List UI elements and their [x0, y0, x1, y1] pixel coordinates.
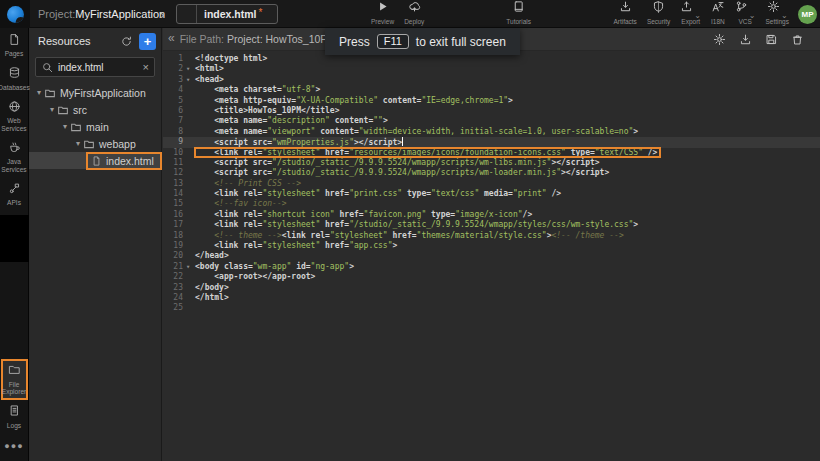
action-preview[interactable]: Preview — [366, 0, 399, 28]
clear-search-icon[interactable]: × — [143, 61, 149, 73]
code-line-14[interactable]: 14 <link rel="stylesheet" href="print.cs… — [163, 189, 820, 199]
action-settings[interactable]: ⌄Settings — [761, 0, 795, 28]
app-logo[interactable] — [0, 0, 30, 28]
editor-toolbar — [713, 33, 804, 46]
code-line-19[interactable]: 19 <link rel="stylesheet" href="app.css"… — [163, 241, 820, 251]
code-line-18[interactable]: 18 <!-- theme --><link rel="stylesheet" … — [163, 231, 820, 241]
book-icon — [512, 0, 525, 17]
line-number: 9 — [163, 137, 193, 147]
code-line-21[interactable]: 21▾<body class="wm-app" id="ng-app"> — [163, 262, 820, 272]
code-line-9[interactable]: 9 <script src="wmProperties.js"></script… — [163, 137, 820, 147]
code-line-1[interactable]: 1<!doctype html> — [163, 54, 820, 64]
save-button[interactable] — [765, 33, 778, 46]
sidebar-empty-block — [0, 215, 29, 262]
sidebar-item-web-services[interactable]: Web Services — [0, 95, 28, 136]
chevron-down-icon: ⌄ — [694, 11, 701, 20]
code-line-3[interactable]: 3▾<head> — [163, 75, 820, 85]
sidebar-item-java-services[interactable]: Java Services — [0, 136, 28, 177]
sidebar-more-button[interactable]: ●●● — [4, 433, 23, 461]
code-line-25[interactable]: 25 — [163, 303, 820, 313]
sidebar-item-label: APIs — [7, 199, 21, 207]
tree-item-webapp[interactable]: ▾webapp — [29, 135, 161, 152]
code-line-10[interactable]: 10 <link rel="stylesheet" href="resource… — [163, 148, 820, 158]
code-text: <link rel="shortcut icon" href="favicon.… — [193, 210, 532, 220]
line-number: 25 — [163, 303, 193, 313]
download-tray-icon — [619, 0, 632, 17]
user-avatar[interactable]: MP — [798, 5, 817, 24]
folder-small-icon — [70, 121, 82, 133]
sidebar-item-label: Logs — [7, 422, 21, 430]
action-export[interactable]: ⌄Export — [675, 0, 706, 28]
search-box: × — [35, 57, 155, 77]
code-line-24[interactable]: 24</html> — [163, 293, 820, 303]
add-resource-button[interactable]: + — [139, 33, 156, 50]
sidebar-item-pages[interactable]: Pages — [0, 28, 28, 62]
code-text: </head> — [193, 251, 229, 261]
tree-item-index-html[interactable]: index.html — [29, 152, 161, 169]
code-editor[interactable]: 1<!doctype html>2▾<html>3▾<head>4 <meta … — [163, 51, 820, 314]
code-line-7[interactable]: 7 <meta name="description" content=""> — [163, 116, 820, 126]
line-number: 4 — [163, 85, 193, 95]
code-text: <html> — [193, 64, 224, 74]
project-label: Project: — [38, 8, 75, 20]
action-artifacts[interactable]: Artifacts — [608, 0, 641, 28]
line-number: 16 — [163, 210, 193, 220]
sidebar-item-databases[interactable]: Databases — [0, 62, 28, 96]
line-number: 8 — [163, 127, 193, 137]
gear-button[interactable] — [713, 33, 726, 46]
code-line-4[interactable]: 4 <meta charset="utf-8"> — [163, 85, 820, 95]
folder-small-icon — [83, 138, 95, 150]
action-security[interactable]: Security — [642, 0, 675, 28]
sidebar-item-apis[interactable]: APIs — [0, 177, 28, 211]
action-tutorials[interactable]: Tutorials — [501, 0, 536, 28]
code-line-13[interactable]: 13 <!-- Print CSS --> — [163, 179, 820, 189]
collapse-panel-icon[interactable]: « — [165, 31, 180, 47]
code-line-17[interactable]: 17 <link rel="stylesheet" href="/studio/… — [163, 220, 820, 230]
tree-item-label: webapp — [99, 138, 136, 150]
fold-arrow-icon[interactable]: ▾ — [183, 75, 193, 85]
trash-button[interactable] — [791, 33, 804, 46]
expand-arrow-icon[interactable]: ▾ — [34, 88, 44, 97]
wavemaker-logo-icon — [7, 6, 24, 23]
code-text: </html> — [193, 293, 229, 303]
fold-arrow-icon[interactable]: ▾ — [183, 64, 193, 74]
code-text: <!-- Print CSS --> — [193, 179, 301, 189]
fold-arrow-icon[interactable]: ▾ — [183, 262, 193, 272]
code-line-23[interactable]: 23</body> — [163, 283, 820, 293]
search-input[interactable] — [54, 62, 143, 73]
tab-index-html[interactable]: index.html * — [176, 4, 278, 24]
tree-item-main[interactable]: ▾main — [29, 118, 161, 135]
resources-title: Resources — [38, 35, 118, 47]
line-number: 20 — [163, 251, 193, 261]
action-i18n[interactable]: I18N — [706, 0, 730, 28]
refresh-icon[interactable] — [118, 33, 135, 50]
code-line-8[interactable]: 8 <meta name="viewport" content="width=d… — [163, 127, 820, 137]
expand-arrow-icon[interactable]: ▾ — [60, 122, 70, 131]
sidebar-item-logs[interactable]: Logs — [0, 400, 28, 434]
coffee-icon — [8, 140, 21, 158]
download-tray-button[interactable] — [739, 33, 752, 46]
topbar-actions-right: ArtifactsSecurity⌄ExportI18N⌄VCS⌄Setting… — [608, 0, 794, 28]
code-line-11[interactable]: 11 <script src="/studio/_static_/9.9.9.5… — [163, 158, 820, 168]
code-text: <!doctype html> — [193, 54, 267, 64]
code-line-6[interactable]: 6 <title>HowTos_10PM</title> — [163, 106, 820, 116]
tree-item-src[interactable]: ▾src — [29, 101, 161, 118]
action-vcs[interactable]: ⌄VCS — [730, 0, 761, 28]
code-line-12[interactable]: 12 <script src="/studio/_static_/9.9.9.5… — [163, 168, 820, 178]
line-number: 1 — [163, 54, 193, 64]
code-line-20[interactable]: 20</head> — [163, 251, 820, 261]
expand-arrow-icon[interactable]: ▾ — [47, 105, 57, 114]
expand-arrow-icon[interactable]: ▾ — [73, 139, 83, 148]
code-line-5[interactable]: 5 <meta http-equiv="X-UA-Compatible" con… — [163, 96, 820, 106]
code-line-22[interactable]: 22 <app-root></app-root> — [163, 272, 820, 282]
project-breadcrumb[interactable]: Project:MyFirstApplication — [38, 0, 165, 28]
code-line-2[interactable]: 2▾<html> — [163, 64, 820, 74]
file-path-label: File Path: — [180, 33, 224, 45]
code-line-15[interactable]: 15 <!--fav icon--> — [163, 199, 820, 209]
annotation-box: <link rel="stylesheet" href="resources/i… — [195, 148, 660, 157]
tree-item-myfirstapplication[interactable]: ▾MyFirstApplication — [29, 84, 161, 101]
code-line-16[interactable]: 16 <link rel="shortcut icon" href="favic… — [163, 210, 820, 220]
sidebar-item-file-explorer[interactable]: File Explorer — [1, 359, 28, 400]
code-text: <link rel="stylesheet" href="/studio/_st… — [193, 220, 638, 230]
action-deploy[interactable]: Deploy — [399, 0, 429, 28]
